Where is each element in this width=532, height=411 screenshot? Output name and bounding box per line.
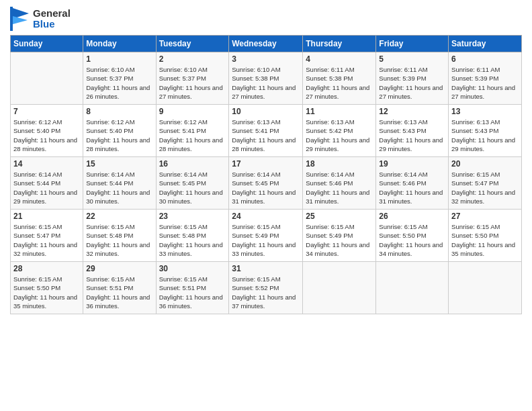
day-number: 3 bbox=[232, 54, 300, 64]
day-number: 28 bbox=[13, 264, 80, 273]
calendar-week-row: 1Sunrise: 6:10 AMSunset: 5:37 PMDaylight… bbox=[11, 52, 522, 105]
day-info: Sunrise: 6:15 AMSunset: 5:50 PMDaylight:… bbox=[379, 222, 445, 258]
day-info: Sunrise: 6:10 AMSunset: 5:38 PMDaylight:… bbox=[232, 65, 300, 101]
day-info: Sunrise: 6:11 AMSunset: 5:39 PMDaylight:… bbox=[379, 65, 445, 101]
calendar-cell: 17Sunrise: 6:14 AMSunset: 5:45 PMDayligh… bbox=[229, 157, 303, 210]
day-info: Sunrise: 6:15 AMSunset: 5:49 PMDaylight:… bbox=[306, 222, 373, 258]
calendar-cell: 9Sunrise: 6:12 AMSunset: 5:41 PMDaylight… bbox=[156, 105, 229, 157]
day-of-week-header: Monday bbox=[83, 36, 156, 52]
calendar-cell: 31Sunrise: 6:15 AMSunset: 5:52 PMDayligh… bbox=[229, 262, 303, 314]
calendar-cell: 7Sunrise: 6:12 AMSunset: 5:40 PMDaylight… bbox=[11, 105, 83, 157]
calendar-cell bbox=[303, 262, 376, 314]
page-header: General Blue bbox=[10, 7, 522, 31]
logo-flag-icon bbox=[10, 7, 32, 31]
day-of-week-header: Thursday bbox=[303, 36, 376, 52]
day-info: Sunrise: 6:13 AMSunset: 5:43 PMDaylight:… bbox=[451, 118, 519, 153]
day-number: 22 bbox=[86, 212, 152, 221]
calendar-cell: 5Sunrise: 6:11 AMSunset: 5:39 PMDaylight… bbox=[376, 52, 449, 105]
calendar-week-row: 28Sunrise: 6:15 AMSunset: 5:50 PMDayligh… bbox=[11, 262, 522, 314]
calendar-cell: 16Sunrise: 6:14 AMSunset: 5:45 PMDayligh… bbox=[156, 157, 229, 210]
day-info: Sunrise: 6:15 AMSunset: 5:49 PMDaylight:… bbox=[232, 222, 300, 258]
logo-text: General Blue bbox=[33, 8, 71, 30]
day-info: Sunrise: 6:15 AMSunset: 5:47 PMDaylight:… bbox=[451, 170, 519, 205]
day-info: Sunrise: 6:15 AMSunset: 5:47 PMDaylight:… bbox=[13, 222, 80, 258]
calendar-week-row: 21Sunrise: 6:15 AMSunset: 5:47 PMDayligh… bbox=[11, 210, 522, 262]
day-info: Sunrise: 6:14 AMSunset: 5:46 PMDaylight:… bbox=[306, 170, 373, 205]
calendar-cell: 13Sunrise: 6:13 AMSunset: 5:43 PMDayligh… bbox=[449, 105, 522, 157]
calendar-cell: 15Sunrise: 6:14 AMSunset: 5:44 PMDayligh… bbox=[83, 157, 156, 210]
day-number: 6 bbox=[451, 54, 519, 64]
day-info: Sunrise: 6:12 AMSunset: 5:41 PMDaylight:… bbox=[159, 118, 226, 153]
calendar-cell: 12Sunrise: 6:13 AMSunset: 5:43 PMDayligh… bbox=[376, 105, 449, 157]
day-number: 25 bbox=[306, 212, 373, 221]
day-of-week-header: Saturday bbox=[449, 36, 522, 52]
day-info: Sunrise: 6:11 AMSunset: 5:39 PMDaylight:… bbox=[451, 65, 519, 101]
calendar-cell: 28Sunrise: 6:15 AMSunset: 5:50 PMDayligh… bbox=[11, 262, 83, 314]
day-of-week-header: Friday bbox=[376, 36, 449, 52]
day-number: 11 bbox=[306, 107, 373, 116]
day-info: Sunrise: 6:13 AMSunset: 5:41 PMDaylight:… bbox=[232, 118, 300, 153]
calendar-cell: 6Sunrise: 6:11 AMSunset: 5:39 PMDaylight… bbox=[449, 52, 522, 105]
day-of-week-header: Wednesday bbox=[229, 36, 303, 52]
day-info: Sunrise: 6:12 AMSunset: 5:40 PMDaylight:… bbox=[13, 118, 80, 153]
day-info: Sunrise: 6:14 AMSunset: 5:45 PMDaylight:… bbox=[232, 170, 300, 205]
calendar-cell: 2Sunrise: 6:10 AMSunset: 5:37 PMDaylight… bbox=[156, 52, 229, 105]
day-number: 24 bbox=[232, 212, 300, 221]
calendar-cell: 3Sunrise: 6:10 AMSunset: 5:38 PMDaylight… bbox=[229, 52, 303, 105]
day-number: 1 bbox=[86, 54, 152, 64]
calendar-cell: 10Sunrise: 6:13 AMSunset: 5:41 PMDayligh… bbox=[229, 105, 303, 157]
day-info: Sunrise: 6:11 AMSunset: 5:38 PMDaylight:… bbox=[306, 65, 373, 101]
day-info: Sunrise: 6:15 AMSunset: 5:50 PMDaylight:… bbox=[13, 275, 80, 310]
day-info: Sunrise: 6:13 AMSunset: 5:42 PMDaylight:… bbox=[306, 118, 373, 153]
calendar-cell bbox=[449, 262, 522, 314]
day-info: Sunrise: 6:10 AMSunset: 5:37 PMDaylight:… bbox=[159, 65, 226, 101]
calendar-cell bbox=[376, 262, 449, 314]
day-number: 26 bbox=[379, 212, 445, 221]
calendar-cell: 23Sunrise: 6:15 AMSunset: 5:48 PMDayligh… bbox=[156, 210, 229, 262]
calendar-cell: 8Sunrise: 6:12 AMSunset: 5:40 PMDaylight… bbox=[83, 105, 156, 157]
day-number: 8 bbox=[86, 107, 152, 116]
day-number: 14 bbox=[13, 159, 80, 169]
calendar-cell: 22Sunrise: 6:15 AMSunset: 5:48 PMDayligh… bbox=[83, 210, 156, 262]
calendar-cell: 1Sunrise: 6:10 AMSunset: 5:37 PMDaylight… bbox=[83, 52, 156, 105]
day-number: 18 bbox=[306, 159, 373, 169]
day-info: Sunrise: 6:15 AMSunset: 5:52 PMDaylight:… bbox=[232, 275, 300, 310]
day-number: 5 bbox=[379, 54, 445, 64]
day-number: 2 bbox=[159, 54, 226, 64]
svg-rect-0 bbox=[10, 7, 13, 31]
calendar-cell bbox=[11, 52, 83, 105]
calendar-cell: 24Sunrise: 6:15 AMSunset: 5:49 PMDayligh… bbox=[229, 210, 303, 262]
logo: General Blue bbox=[10, 7, 71, 31]
day-number: 21 bbox=[13, 212, 80, 221]
day-info: Sunrise: 6:12 AMSunset: 5:40 PMDaylight:… bbox=[86, 118, 152, 153]
calendar-cell: 21Sunrise: 6:15 AMSunset: 5:47 PMDayligh… bbox=[11, 210, 83, 262]
day-info: Sunrise: 6:15 AMSunset: 5:51 PMDaylight:… bbox=[86, 275, 152, 310]
day-info: Sunrise: 6:15 AMSunset: 5:48 PMDaylight:… bbox=[159, 222, 226, 258]
day-number: 15 bbox=[86, 159, 152, 169]
day-number: 4 bbox=[306, 54, 373, 64]
day-number: 27 bbox=[451, 212, 519, 221]
day-info: Sunrise: 6:15 AMSunset: 5:48 PMDaylight:… bbox=[86, 222, 152, 258]
day-number: 30 bbox=[159, 264, 226, 273]
day-info: Sunrise: 6:13 AMSunset: 5:43 PMDaylight:… bbox=[379, 118, 445, 153]
logo-container: General Blue bbox=[10, 7, 71, 31]
day-number: 9 bbox=[159, 107, 226, 116]
svg-marker-2 bbox=[13, 16, 28, 24]
calendar-cell: 18Sunrise: 6:14 AMSunset: 5:46 PMDayligh… bbox=[303, 157, 376, 210]
day-info: Sunrise: 6:14 AMSunset: 5:45 PMDaylight:… bbox=[159, 170, 226, 205]
calendar-cell: 20Sunrise: 6:15 AMSunset: 5:47 PMDayligh… bbox=[449, 157, 522, 210]
day-number: 23 bbox=[159, 212, 226, 221]
day-info: Sunrise: 6:14 AMSunset: 5:46 PMDaylight:… bbox=[379, 170, 445, 205]
day-info: Sunrise: 6:15 AMSunset: 5:50 PMDaylight:… bbox=[451, 222, 519, 258]
calendar-cell: 27Sunrise: 6:15 AMSunset: 5:50 PMDayligh… bbox=[449, 210, 522, 262]
calendar-cell: 29Sunrise: 6:15 AMSunset: 5:51 PMDayligh… bbox=[83, 262, 156, 314]
calendar-cell: 30Sunrise: 6:15 AMSunset: 5:51 PMDayligh… bbox=[156, 262, 229, 314]
day-number: 19 bbox=[379, 159, 445, 169]
calendar-week-row: 14Sunrise: 6:14 AMSunset: 5:44 PMDayligh… bbox=[11, 157, 522, 210]
calendar-week-row: 7Sunrise: 6:12 AMSunset: 5:40 PMDaylight… bbox=[11, 105, 522, 157]
calendar-cell: 19Sunrise: 6:14 AMSunset: 5:46 PMDayligh… bbox=[376, 157, 449, 210]
calendar-cell: 25Sunrise: 6:15 AMSunset: 5:49 PMDayligh… bbox=[303, 210, 376, 262]
day-number: 17 bbox=[232, 159, 300, 169]
calendar-cell: 11Sunrise: 6:13 AMSunset: 5:42 PMDayligh… bbox=[303, 105, 376, 157]
day-number: 20 bbox=[451, 159, 519, 169]
